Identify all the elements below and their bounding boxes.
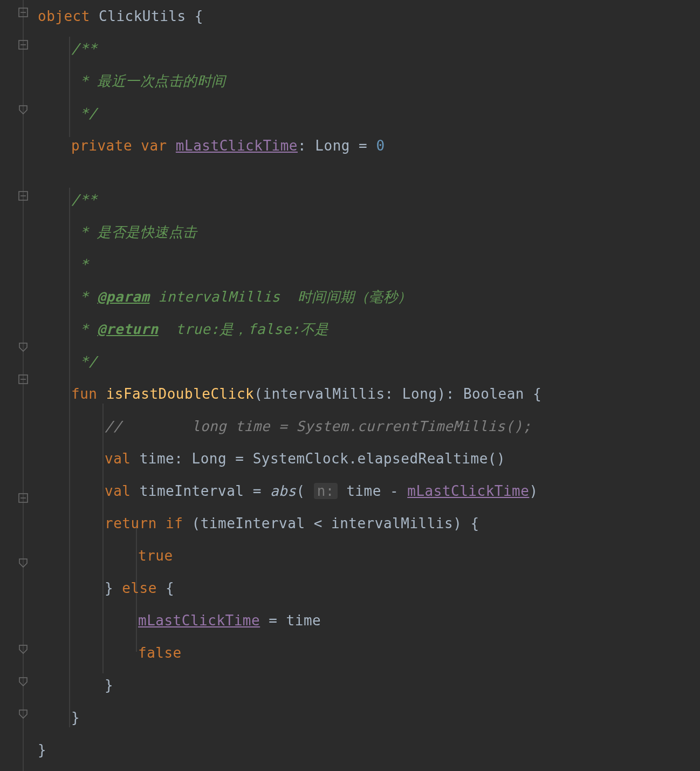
keyword-true: true bbox=[138, 548, 173, 564]
expression: SystemClock.elapsedRealtime() bbox=[253, 451, 505, 467]
fold-close-icon[interactable] bbox=[18, 677, 28, 686]
line-comment: // long time = System.currentTimeMillis(… bbox=[105, 418, 532, 434]
doc-comment: /** bbox=[71, 40, 97, 57]
property-ref: mLastClickTime bbox=[407, 483, 529, 499]
indent-guide bbox=[102, 404, 104, 673]
code-line: * 最近一次点击的时间 bbox=[71, 65, 226, 97]
brace-close: } bbox=[38, 742, 46, 758]
property-name: mLastClickTime bbox=[176, 138, 298, 154]
doc-comment: true:是，false:不是 bbox=[159, 321, 329, 337]
paren-open: ( bbox=[254, 386, 263, 402]
doc-comment: */ bbox=[71, 353, 97, 370]
doc-comment: /** bbox=[71, 192, 97, 208]
code-line: val timeInterval = abs( n: time - mLastC… bbox=[105, 475, 538, 507]
fold-icon[interactable] bbox=[18, 374, 28, 384]
condition: (timeInterval < intervalMillis) { bbox=[192, 515, 479, 531]
keyword-val: val bbox=[105, 451, 131, 467]
code-line: true bbox=[138, 540, 173, 572]
fold-icon[interactable] bbox=[18, 191, 28, 201]
property-ref: mLastClickTime bbox=[138, 612, 260, 629]
variable-name: time bbox=[140, 451, 175, 467]
fold-icon[interactable] bbox=[18, 40, 28, 50]
fold-close-icon[interactable] bbox=[18, 709, 28, 719]
keyword-object: object bbox=[38, 8, 90, 24]
paren-close: ) bbox=[529, 483, 538, 499]
indent-guide bbox=[69, 37, 70, 137]
code-line: */ bbox=[71, 345, 97, 378]
function-call: abs bbox=[270, 483, 296, 499]
parameter-hint: n: bbox=[314, 483, 338, 499]
code-line: * @return true:是，false:不是 bbox=[71, 313, 329, 345]
fold-close-icon[interactable] bbox=[18, 342, 28, 352]
type-name: Long bbox=[315, 138, 350, 154]
expression: time - bbox=[346, 483, 407, 499]
indent-guide bbox=[69, 188, 70, 727]
code-line: * bbox=[71, 248, 88, 281]
code-line: /** bbox=[71, 32, 97, 65]
expression: = time bbox=[260, 612, 321, 629]
keyword-false: false bbox=[138, 645, 182, 661]
variable-name: timeInterval bbox=[140, 483, 244, 499]
brace-open: { bbox=[533, 386, 541, 402]
keyword-if: if bbox=[166, 515, 183, 531]
doc-comment: * 是否是快速点击 bbox=[71, 224, 197, 240]
code-line: } else { bbox=[105, 572, 174, 604]
keyword-var: var bbox=[141, 138, 167, 154]
brace-close: } bbox=[71, 709, 80, 726]
fold-close-icon[interactable] bbox=[18, 558, 28, 568]
code-line: fun isFastDoubleClick(intervalMillis: Lo… bbox=[71, 378, 541, 410]
doc-tag-return: @return bbox=[97, 321, 158, 337]
function-name: isFastDoubleClick bbox=[106, 386, 255, 402]
keyword-else: else bbox=[122, 580, 157, 596]
keyword-val: val bbox=[105, 483, 131, 499]
paren-open: ( bbox=[296, 483, 305, 499]
code-line: /** bbox=[71, 183, 97, 216]
number-literal: 0 bbox=[376, 138, 385, 154]
code-line: * 是否是快速点击 bbox=[71, 216, 197, 248]
fold-icon[interactable] bbox=[18, 8, 28, 17]
fold-close-icon[interactable] bbox=[18, 644, 28, 654]
code-line: object ClickUtils { bbox=[38, 0, 203, 32]
gutter bbox=[0, 0, 38, 771]
brace-open: { bbox=[166, 580, 174, 596]
brace-close: } bbox=[105, 580, 113, 596]
code-line: false bbox=[138, 637, 182, 669]
paren-close: ) bbox=[437, 386, 445, 402]
fold-close-icon[interactable] bbox=[18, 105, 28, 114]
code-line: } bbox=[105, 669, 113, 701]
equals: = bbox=[235, 451, 244, 467]
code-line: } bbox=[38, 734, 46, 766]
doc-comment: * bbox=[71, 321, 97, 337]
fold-guide-line bbox=[23, 0, 24, 771]
type-name: Long bbox=[192, 451, 227, 467]
keyword-return: return bbox=[105, 515, 157, 531]
doc-tag-param: @param bbox=[97, 289, 149, 305]
colon: : bbox=[385, 386, 394, 402]
doc-comment: */ bbox=[71, 105, 97, 121]
code-line: val time: Long = SystemClock.elapsedReal… bbox=[105, 442, 505, 475]
code-editor[interactable]: object ClickUtils { /** * 最近一次点击的时间 */ p… bbox=[0, 0, 700, 771]
code-line: private var mLastClickTime: Long = 0 bbox=[71, 129, 385, 162]
doc-comment: * bbox=[71, 289, 97, 305]
brace-close: } bbox=[105, 677, 113, 693]
fold-icon[interactable] bbox=[18, 493, 28, 503]
code-line: } bbox=[71, 701, 80, 734]
colon: : bbox=[174, 451, 183, 467]
code-line: return if (timeInterval < intervalMillis… bbox=[105, 507, 479, 540]
type-name: Boolean bbox=[463, 386, 524, 402]
brace-open: { bbox=[195, 8, 203, 24]
code-line: mLastClickTime = time bbox=[138, 604, 321, 637]
code-line: * @param intervalMillis 时间间期（毫秒） bbox=[71, 281, 412, 313]
keyword-private: private bbox=[71, 138, 132, 154]
keyword-fun: fun bbox=[71, 386, 97, 402]
equals: = bbox=[359, 138, 367, 154]
param-name: intervalMillis bbox=[263, 386, 385, 402]
doc-comment: intervalMillis 时间间期（毫秒） bbox=[149, 289, 412, 305]
code-line: */ bbox=[71, 97, 97, 129]
doc-comment: * bbox=[71, 256, 88, 272]
type-name: Long bbox=[402, 386, 437, 402]
doc-comment: * 最近一次点击的时间 bbox=[71, 73, 226, 89]
equals: = bbox=[253, 483, 262, 499]
class-name: ClickUtils bbox=[99, 8, 186, 24]
code-line: // long time = System.currentTimeMillis(… bbox=[105, 410, 532, 442]
